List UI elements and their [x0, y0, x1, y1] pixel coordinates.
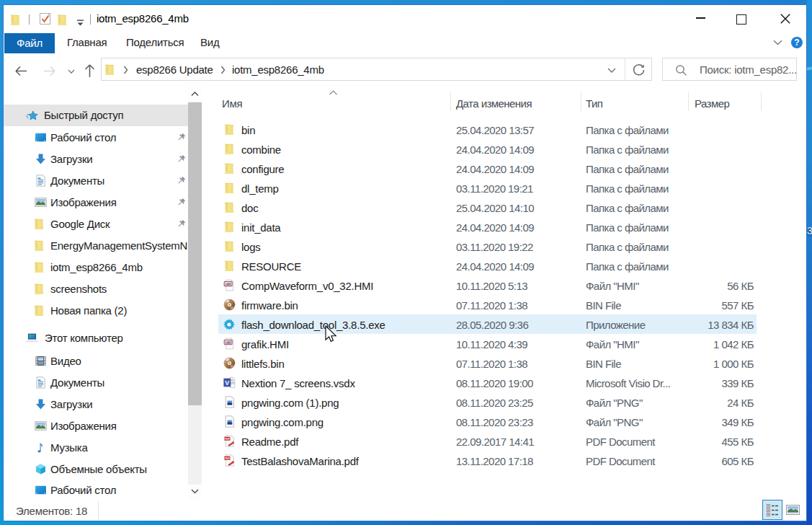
svg-text:HMI: HMI — [225, 341, 231, 345]
svg-text:PDF: PDF — [224, 438, 230, 441]
svg-text:HMI: HMI — [225, 283, 231, 286]
svg-text:PDF: PDF — [224, 457, 230, 460]
svg-text:V: V — [225, 379, 229, 387]
